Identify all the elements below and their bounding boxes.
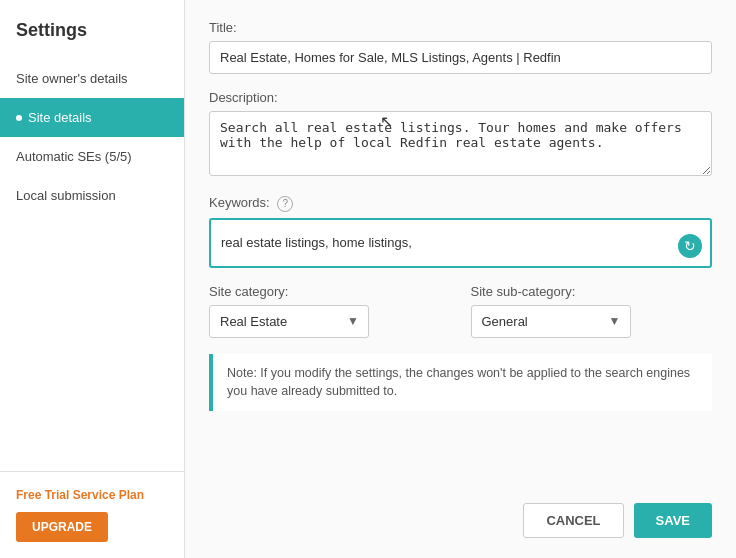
action-buttons: CANCEL SAVE — [523, 503, 712, 538]
title-group: Title: — [209, 20, 712, 74]
sidebar-item-site-details[interactable]: Site details — [0, 98, 184, 137]
sidebar-item-label: Automatic SEs (5/5) — [16, 149, 132, 164]
sidebar-item-automatic-ses[interactable]: Automatic SEs (5/5) — [0, 137, 184, 176]
description-label: Description: — [209, 90, 712, 105]
sidebar-item-local-submission[interactable]: Local submission — [0, 176, 184, 215]
sidebar-item-label: Site details — [28, 110, 92, 125]
sidebar-item-label: Site owner's details — [16, 71, 128, 86]
title-label: Title: — [209, 20, 712, 35]
note-box: Note: If you modify the settings, the ch… — [209, 354, 712, 412]
save-button[interactable]: SAVE — [634, 503, 712, 538]
keywords-help-icon[interactable]: ? — [277, 196, 293, 212]
sidebar-nav: Site owner's details Site details Automa… — [0, 59, 184, 471]
sidebar-item-site-owner[interactable]: Site owner's details — [0, 59, 184, 98]
active-dot-icon — [16, 115, 22, 121]
site-subcategory-select[interactable]: General Residential Commercial Rental — [471, 305, 631, 338]
description-group: Description: — [209, 90, 712, 179]
site-subcategory-select-wrapper: General Residential Commercial Rental ▼ — [471, 305, 631, 338]
upgrade-button[interactable]: UPGRADE — [16, 512, 108, 542]
site-subcategory-label: Site sub-category: — [471, 284, 713, 299]
sidebar: Settings Site owner's details Site detai… — [0, 0, 185, 558]
site-category-select[interactable]: Real Estate Business Technology Health — [209, 305, 369, 338]
keywords-input[interactable] — [209, 218, 712, 268]
keywords-group: Keywords: ? ↻ — [209, 195, 712, 268]
sidebar-item-label: Local submission — [16, 188, 116, 203]
site-subcategory-col: Site sub-category: General Residential C… — [471, 284, 713, 338]
free-trial-link[interactable]: Free Trial Service Plan — [16, 488, 168, 502]
site-category-label: Site category: — [209, 284, 451, 299]
title-input[interactable] — [209, 41, 712, 74]
keywords-refresh-icon[interactable]: ↻ — [678, 234, 702, 258]
keywords-wrapper: ↻ — [209, 218, 712, 268]
description-textarea[interactable] — [209, 111, 712, 176]
sidebar-footer: Free Trial Service Plan UPGRADE — [0, 471, 184, 558]
note-text: Note: If you modify the settings, the ch… — [227, 366, 690, 399]
category-row: Site category: Real Estate Business Tech… — [209, 284, 712, 338]
cancel-button[interactable]: CANCEL — [523, 503, 623, 538]
main-content: ↖ Title: Description: Keywords: ? ↻ Site… — [185, 0, 736, 558]
keywords-label: Keywords: ? — [209, 195, 712, 212]
site-category-select-wrapper: Real Estate Business Technology Health ▼ — [209, 305, 369, 338]
site-category-col: Site category: Real Estate Business Tech… — [209, 284, 451, 338]
sidebar-title: Settings — [0, 0, 184, 59]
